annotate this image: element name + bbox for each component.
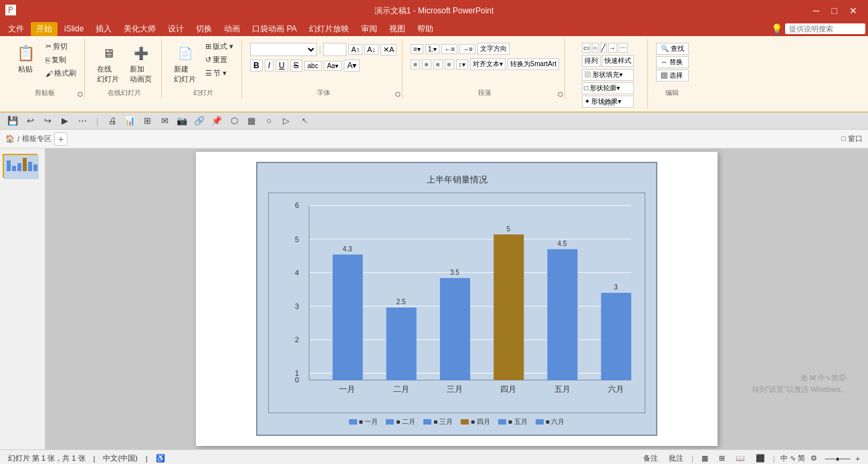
menu-animation[interactable]: 动画: [219, 22, 245, 36]
find-button[interactable]: 🔍 查找: [656, 43, 689, 55]
bar-jan: [332, 255, 362, 380]
qa-btn-8[interactable]: ⬡: [227, 114, 241, 128]
menu-design[interactable]: 设计: [162, 22, 189, 36]
shape-fill-button[interactable]: ▧ 形状填充▾: [582, 69, 634, 81]
clipboard-expander[interactable]: ⬡: [78, 91, 83, 98]
qa-btn-5[interactable]: 📷: [175, 114, 189, 128]
menu-help[interactable]: 帮助: [412, 22, 439, 36]
zoom-slider[interactable]: ──●──: [825, 455, 851, 463]
new-slide-button[interactable]: 📄 新建幻灯片: [170, 40, 200, 87]
search-input[interactable]: [785, 23, 865, 34]
justify-button[interactable]: ≡: [445, 60, 454, 70]
line-spacing-button[interactable]: ↕▾: [456, 60, 468, 70]
menu-review[interactable]: 审阅: [356, 22, 383, 36]
align-center-button[interactable]: ≡: [422, 60, 431, 70]
menu-file[interactable]: 文件: [3, 22, 29, 36]
format-painter-button[interactable]: 🖌 格式刷: [43, 67, 79, 80]
font-family-select[interactable]: [250, 43, 317, 56]
normal-view-button[interactable]: ▦: [699, 453, 711, 464]
paragraph-expander[interactable]: ⬡: [558, 91, 563, 98]
qa-btn-2[interactable]: 📊: [122, 114, 137, 128]
shape-outline-button[interactable]: □ 形状轮廓▾: [582, 82, 634, 94]
shape-circle[interactable]: ○: [592, 43, 599, 53]
minimize-btn[interactable]: ─: [808, 5, 825, 16]
align-right-button[interactable]: ≡: [433, 60, 443, 70]
menu-islide[interactable]: iSlide: [59, 23, 89, 35]
reset-label: 重置: [213, 55, 227, 65]
section-button[interactable]: ☰ 节 ▾: [203, 67, 236, 80]
arrange-button[interactable]: 排列: [582, 55, 601, 67]
menu-view[interactable]: 视图: [384, 22, 411, 36]
menu-pocket[interactable]: 口袋动画 PA: [247, 22, 302, 36]
qa-btn-11[interactable]: ▷: [279, 114, 294, 128]
qa-btn-4[interactable]: ✉: [157, 114, 172, 128]
qa-undo-button[interactable]: ↩: [23, 114, 37, 128]
menu-insert[interactable]: 插入: [90, 22, 117, 36]
bar-may: [547, 249, 577, 380]
layout-button[interactable]: ⊞ 版式 ▾: [203, 40, 236, 53]
notes-button[interactable]: 备注: [641, 452, 661, 464]
font-shrink-button[interactable]: A↓: [364, 44, 378, 55]
menu-transition[interactable]: 切换: [191, 22, 217, 36]
slideshow-button[interactable]: ⬛: [753, 453, 768, 464]
qa-btn-10[interactable]: ○: [261, 114, 276, 128]
slide-thumbnail[interactable]: [3, 154, 37, 178]
qa-more-button[interactable]: ⋯: [75, 114, 90, 128]
decrease-indent-button[interactable]: ←≡: [441, 44, 457, 54]
select-button[interactable]: ▦ 选择: [656, 70, 689, 82]
zoom-in-button[interactable]: +: [856, 455, 860, 463]
qa-save-button[interactable]: 💾: [5, 114, 20, 128]
shape-line[interactable]: ╱: [600, 43, 607, 53]
qa-start-button[interactable]: ▶: [58, 114, 72, 128]
font-grow-button[interactable]: A↑: [348, 44, 362, 55]
align-left-button[interactable]: ≡: [411, 60, 420, 70]
shape-rect[interactable]: ▭: [582, 43, 590, 53]
menu-slideshow[interactable]: 幻灯片放映: [304, 22, 354, 36]
paste-button[interactable]: 📋 粘贴: [11, 40, 40, 77]
add-tab-button[interactable]: +: [54, 132, 68, 146]
strikethrough-button[interactable]: S: [290, 60, 302, 72]
qa-btn-3[interactable]: ⊞: [140, 114, 154, 128]
add-animation-button[interactable]: ➕ 新加动画页: [126, 40, 156, 87]
comments-button[interactable]: 批注: [666, 452, 686, 464]
menu-home[interactable]: 开始: [31, 22, 58, 36]
clear-format-button[interactable]: ✕A: [381, 44, 397, 55]
italic-button[interactable]: I: [265, 60, 274, 72]
menu-beautify[interactable]: 美化大师: [118, 22, 161, 36]
slide-canvas[interactable]: 上半年销量情况 6: [196, 152, 718, 446]
shape-more[interactable]: ⋯: [619, 43, 628, 53]
font-color-button[interactable]: A▾: [344, 60, 360, 72]
bullet-button[interactable]: ≡▾: [411, 44, 423, 54]
reading-view-button[interactable]: 📖: [733, 453, 748, 464]
reset-button[interactable]: ↺ 重置: [203, 53, 236, 66]
cut-button[interactable]: ✂ 剪切: [43, 40, 79, 53]
close-btn[interactable]: ✕: [844, 5, 863, 16]
accessibility-btn[interactable]: ♿: [156, 454, 165, 463]
increase-indent-button[interactable]: →≡: [459, 44, 475, 54]
numbered-button[interactable]: 1.▾: [425, 44, 439, 54]
copy-button[interactable]: ⎘ 复制: [43, 53, 79, 66]
qa-btn-6[interactable]: 🔗: [192, 114, 207, 128]
maximize-btn[interactable]: □: [827, 5, 843, 16]
qa-btn-1[interactable]: 🖨: [105, 114, 120, 128]
bold-button[interactable]: B: [250, 60, 263, 72]
smartart-button[interactable]: 转换为SmartArt: [508, 58, 559, 70]
quick-style-button[interactable]: 快速样式: [602, 55, 634, 67]
underline-button[interactable]: U: [276, 60, 288, 72]
font-size-input[interactable]: 13.3: [323, 43, 346, 56]
online-slides-button[interactable]: 🖥 在线幻灯片: [93, 40, 123, 87]
qa-redo-button[interactable]: ↪: [40, 114, 55, 128]
align-text-button[interactable]: 对齐文本▾: [470, 58, 506, 70]
qa-btn-7[interactable]: 📌: [209, 114, 224, 128]
svg-text:3.5: 3.5: [450, 269, 459, 276]
shape-arrow[interactable]: →: [608, 43, 617, 53]
font-expander[interactable]: ⬡: [395, 91, 401, 98]
char-spacing-button[interactable]: Aa▾: [324, 61, 342, 71]
slide-sorter-button[interactable]: ⊞: [716, 453, 728, 464]
window-panel-label: □ 窗口: [841, 134, 863, 144]
text-shadow-button[interactable]: abc: [304, 61, 322, 71]
text-direction-button[interactable]: 文字方向: [477, 43, 510, 55]
zoom-settings[interactable]: ⚙: [810, 454, 817, 463]
replace-button[interactable]: ↔ 替换: [656, 56, 689, 68]
qa-btn-9[interactable]: ▦: [244, 114, 259, 128]
